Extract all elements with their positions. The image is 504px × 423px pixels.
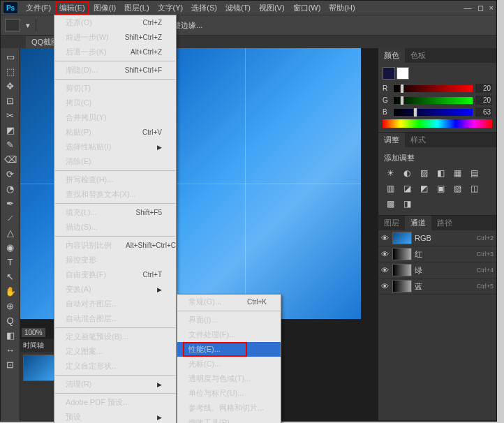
adjustment-icon[interactable]: ▧ [451, 183, 464, 194]
menu-item[interactable]: 预设▶ [54, 410, 176, 423]
menu-item[interactable]: Adobe PDF 预设... [54, 395, 176, 410]
color-panel-tab[interactable]: 颜色 [378, 48, 405, 63]
adjustment-icon[interactable]: ◨ [401, 198, 413, 209]
channel-row[interactable]: 👁绿Ctrl+4 [378, 262, 496, 279]
foreground-swatch[interactable] [383, 67, 395, 80]
menu-8[interactable]: 窗口(W) [289, 1, 325, 15]
menu-item[interactable]: 定义画笔预设(B)... [54, 329, 176, 344]
menu-item[interactable]: 前进一步(W)Shift+Ctrl+Z [54, 30, 176, 45]
close-button[interactable]: × [489, 3, 494, 13]
r-slider[interactable] [394, 85, 473, 92]
visibility-icon[interactable]: 👁 [381, 234, 390, 242]
tool-button[interactable]: ⟋ [3, 211, 18, 225]
menu-item[interactable]: 自由变换(F)Ctrl+T [54, 267, 176, 282]
channel-row[interactable]: 👁RGBCtrl+2 [378, 230, 496, 246]
tool-button[interactable]: ⌫ [3, 152, 18, 166]
adjustment-icon[interactable]: ▤ [468, 168, 480, 179]
tool-button[interactable]: ⟳ [3, 167, 18, 181]
tool-button[interactable]: ⊕ [3, 299, 18, 313]
tool-button[interactable]: ⬚ [3, 64, 18, 78]
maximize-button[interactable]: ◻ [477, 3, 484, 13]
tool-button[interactable]: ↖ [3, 269, 18, 283]
visibility-icon[interactable]: 👁 [381, 250, 390, 258]
adjustments-panel-tab[interactable]: 调整 [378, 133, 405, 147]
tool-button[interactable]: ✋ [3, 284, 18, 298]
tool-button[interactable]: ◧ [3, 328, 18, 342]
menu-item[interactable]: 填充(L)...Shift+F5 [54, 205, 176, 220]
tool-button[interactable]: Q [3, 313, 18, 327]
g-value[interactable]: 20 [475, 96, 492, 105]
tool-button[interactable]: ⊡ [3, 94, 18, 107]
b-value[interactable]: 63 [475, 107, 492, 117]
g-slider[interactable] [394, 97, 473, 104]
tool-button[interactable]: ◔ [3, 181, 18, 195]
b-slider[interactable] [394, 109, 473, 116]
tool-button[interactable]: ◩ [3, 123, 18, 137]
menu-7[interactable]: 视图(V) [255, 1, 289, 15]
menu-5[interactable]: 选择(S) [187, 1, 221, 15]
menu-item[interactable]: 光标(C)... [177, 357, 281, 371]
menu-item[interactable]: 性能(E)... [177, 342, 281, 357]
menu-item[interactable]: 增效工具(P)... [177, 415, 281, 423]
channel-name: 红 [415, 249, 474, 260]
swatches-panel-tab[interactable]: 色板 [405, 48, 431, 63]
menu-item[interactable]: 后退一步(K)Alt+Ctrl+Z [54, 45, 176, 59]
r-value[interactable]: 20 [475, 84, 492, 93]
adjustment-icon[interactable]: ▥ [384, 183, 396, 194]
menu-0[interactable]: 文件(F) [22, 1, 55, 15]
channel-row[interactable]: 👁蓝Ctrl+5 [378, 279, 496, 295]
adjustment-icon[interactable]: ☀ [384, 168, 396, 179]
menu-1[interactable]: 编辑(E) [55, 1, 89, 15]
tool-button[interactable]: ↔ [3, 343, 18, 357]
menu-item[interactable]: 选择性粘贴(I)▶ [54, 140, 176, 154]
menu-item[interactable]: 还原(O)Ctrl+Z [54, 15, 176, 30]
menu-item[interactable]: 参考线、网格和切片... [177, 401, 281, 415]
opt-dropdown-icon[interactable]: ▾ [26, 21, 30, 30]
tool-button[interactable]: ◉ [3, 240, 18, 254]
menu-3[interactable]: 图层(L) [120, 1, 153, 15]
adjustment-icon[interactable]: ▨ [417, 168, 430, 179]
menu-item[interactable]: 清理(R)▶ [54, 377, 176, 392]
tool-button[interactable]: ▭ [3, 50, 18, 64]
tool-button[interactable]: ✂ [3, 108, 18, 122]
tool-button[interactable]: ✒ [3, 196, 18, 210]
visibility-icon[interactable]: 👁 [381, 282, 390, 290]
adjustment-icon[interactable]: ◩ [417, 183, 430, 194]
adjustment-icon[interactable]: ◪ [401, 183, 413, 194]
tool-preset-swatch[interactable] [5, 19, 20, 31]
visibility-icon[interactable]: 👁 [381, 266, 390, 274]
background-swatch[interactable] [396, 67, 409, 80]
color-spectrum[interactable] [383, 119, 492, 128]
tool-button[interactable]: ✎ [3, 138, 18, 151]
menu-item[interactable]: 变换(A)▶ [54, 282, 176, 297]
menu-9[interactable]: 帮助(H) [325, 1, 359, 15]
channels-panel-tab[interactable]: 通道 [405, 216, 431, 230]
menu-item: 查找和替换文本(X)... [54, 187, 176, 202]
adjustment-icon[interactable]: ▩ [384, 198, 396, 209]
menu-item[interactable]: 定义图案... [54, 344, 176, 359]
styles-panel-tab[interactable]: 样式 [405, 133, 431, 147]
adjustment-icon[interactable]: ◐ [401, 168, 413, 179]
menu-item[interactable]: 界面(I)... [177, 313, 281, 327]
tool-button[interactable]: T [3, 255, 18, 269]
menu-item[interactable]: 单位与标尺(U)... [177, 386, 281, 401]
tool-button[interactable]: ⊡ [3, 357, 18, 371]
channel-row[interactable]: 👁红Ctrl+3 [378, 246, 496, 262]
menu-item[interactable]: 常规(G)...Ctrl+K [177, 295, 281, 309]
tool-button[interactable]: △ [3, 225, 18, 239]
menu-item[interactable]: 文件处理(F)... [177, 327, 281, 342]
menu-item[interactable]: 透明度与色域(T)... [177, 371, 281, 386]
app-logo: Ps [3, 2, 17, 13]
layers-panel-tab[interactable]: 图层 [378, 216, 405, 230]
adjustment-icon[interactable]: ▦ [451, 168, 464, 179]
menu-6[interactable]: 滤镜(T) [221, 1, 255, 15]
tool-button[interactable]: ✥ [3, 79, 18, 93]
paths-panel-tab[interactable]: 路径 [431, 216, 458, 230]
menu-item[interactable]: 粘贴(P)Ctrl+V [54, 125, 176, 140]
adjustment-icon[interactable]: ◫ [468, 183, 480, 194]
menu-4[interactable]: 文字(Y) [154, 1, 188, 15]
menu-2[interactable]: 图像(I) [89, 1, 120, 15]
adjustment-icon[interactable]: ◧ [434, 168, 447, 179]
adjustment-icon[interactable]: ▣ [434, 183, 447, 194]
minimize-button[interactable]: — [464, 3, 472, 13]
